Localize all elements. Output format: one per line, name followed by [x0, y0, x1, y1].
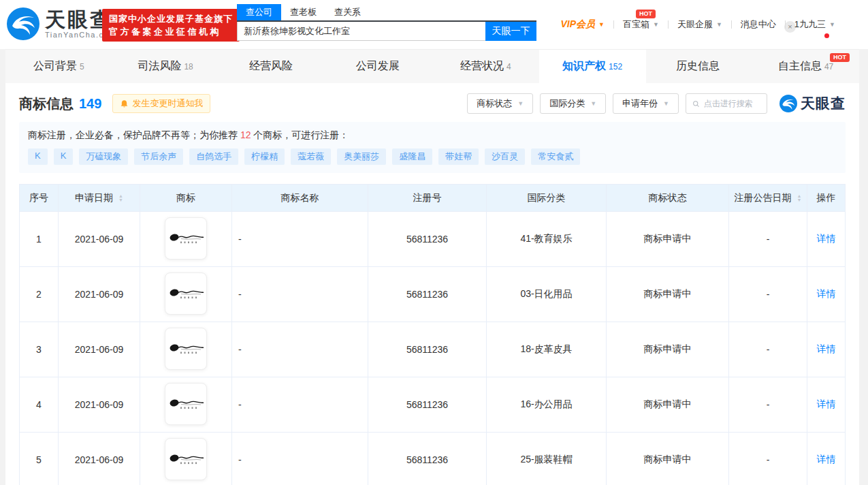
- nav-item[interactable]: 天眼企服 ▼: [669, 18, 731, 31]
- table-header-label: 国际分类: [528, 192, 566, 203]
- trademark-suggestion-chip[interactable]: 奥美丽莎: [337, 148, 386, 165]
- gov-certification-badge: 国家中小企业发展子基金旗下 官方备案企业征信机构: [102, 9, 240, 42]
- search-scope-tab[interactable]: 查关系: [325, 4, 370, 20]
- filter-dropdown[interactable]: 商标状态 ▼: [467, 93, 533, 114]
- cell-international-class: 18-皮革皮具: [487, 322, 607, 377]
- cell-seq: 2: [20, 267, 59, 322]
- cell-trademark-name: -: [232, 267, 368, 322]
- table-row: 2 2021-06-09 - 56811236: [20, 267, 846, 322]
- table-header-label: 申请日期: [75, 192, 113, 203]
- search-icon: [692, 99, 700, 108]
- trademark-image[interactable]: [165, 438, 207, 480]
- trademark-suggestion-chip[interactable]: K: [54, 148, 74, 165]
- nav-item[interactable]: 消息中心: [732, 18, 785, 31]
- cell-trademark-status: 商标申请中: [607, 377, 729, 433]
- top-nav: VIP会员 ▼ 百宝箱 HOT ▼ 天眼企服 ▼ 消息中心 1九九三 ▼: [552, 0, 845, 49]
- page-tab-label: 经营风险: [249, 59, 293, 74]
- filter-dropdown[interactable]: 申请年份 ▼: [613, 93, 679, 114]
- trademark-image[interactable]: [165, 217, 207, 260]
- bell-icon: [120, 99, 129, 108]
- trademark-suggestion-chip[interactable]: 带娃帮: [438, 148, 479, 165]
- trademark-suggestion-chip[interactable]: 沙百灵: [485, 148, 525, 165]
- cell-apply-date: 2021-06-09: [59, 212, 140, 267]
- notify-on-change-button[interactable]: 发生变更时通知我: [112, 94, 210, 113]
- trademark-suggestion-chip[interactable]: 万磕现象: [79, 148, 128, 165]
- filter-dropdowns: 商标状态 ▼ 国际分类 ▼ 申请年份 ▼: [467, 93, 679, 114]
- recommendation-count: 12: [240, 129, 251, 140]
- chevron-down-icon: ▼: [663, 100, 669, 107]
- nav-item[interactable]: VIP会员 ▼: [552, 18, 614, 31]
- page-tab-label: 公司发展: [356, 59, 400, 74]
- sort-icon[interactable]: ▲▼: [118, 194, 123, 202]
- filter-dropdown[interactable]: 国际分类 ▼: [540, 93, 606, 114]
- page-tab-count: 47: [824, 62, 833, 72]
- table-row: 1 2021-06-09 - 56811236: [20, 212, 846, 267]
- detail-link[interactable]: 详情: [817, 233, 836, 244]
- trademark-image[interactable]: [165, 328, 207, 370]
- search-scope-tab[interactable]: 查公司: [237, 4, 281, 20]
- tianyancha-logo-icon: [7, 7, 39, 40]
- table-header-cell: 序号: [20, 185, 59, 212]
- trademark-image[interactable]: [165, 383, 207, 425]
- detail-link[interactable]: 详情: [817, 398, 836, 409]
- recommendation-text-before: 商标注册，企业必备，保护品牌不再等；为你推荐: [28, 129, 240, 140]
- page-tab[interactable]: 司法风险 18: [112, 50, 219, 83]
- cell-action: 详情: [807, 377, 846, 433]
- page-tab-label: 知识产权: [562, 59, 606, 74]
- company-search-input[interactable]: [237, 22, 485, 41]
- cell-publication-date: -: [729, 377, 807, 433]
- cell-international-class: 16-办公用品: [487, 377, 607, 433]
- page-tab[interactable]: 公司发展: [325, 50, 432, 83]
- trademark-image[interactable]: [165, 272, 207, 315]
- table-header-cell: 注册公告日期 ▲▼: [729, 185, 807, 212]
- chevron-down-icon: ▼: [653, 21, 659, 28]
- table-header-cell: 国际分类: [487, 185, 607, 212]
- hot-badge: HOT: [830, 53, 850, 62]
- detail-link[interactable]: 详情: [817, 288, 836, 299]
- page-tab[interactable]: 经营风险: [219, 50, 326, 83]
- trademark-suggestion-chip[interactable]: 柠檬精: [244, 148, 285, 165]
- page-tab[interactable]: 知识产权 152: [539, 50, 646, 83]
- page-tab[interactable]: 经营状况 4: [432, 50, 539, 83]
- cell-action: 详情: [807, 267, 846, 322]
- nav-item[interactable]: 1九九三 ▼: [786, 18, 844, 31]
- trademark-suggestion-chip[interactable]: 常安食贰: [531, 148, 580, 165]
- detail-link[interactable]: 详情: [817, 454, 836, 465]
- search-scope-tab[interactable]: 查老板: [281, 4, 325, 20]
- table-header-cell: 商标名称: [232, 185, 368, 212]
- trademark-suggestion-chip[interactable]: 节后余声: [134, 148, 183, 165]
- page-tab[interactable]: 历史信息: [646, 50, 753, 83]
- trademark-suggestion-chip[interactable]: 盛隆昌: [392, 148, 432, 165]
- page-tab-count: 18: [184, 62, 193, 72]
- sort-icon[interactable]: ▲▼: [797, 194, 801, 202]
- search-tabs: 查公司查老板查关系: [237, 6, 536, 22]
- cell-apply-date: 2021-06-09: [59, 267, 140, 322]
- table-header-label: 操作: [817, 192, 836, 203]
- detail-link[interactable]: 详情: [817, 343, 836, 354]
- table-search-box[interactable]: [686, 93, 767, 114]
- hot-badge: HOT: [636, 10, 656, 18]
- page-tab[interactable]: 自主信息 47 HOT: [752, 50, 859, 83]
- search-submit-button[interactable]: 天眼一下: [485, 22, 536, 41]
- table-search-input[interactable]: [704, 99, 760, 108]
- page-tab[interactable]: 公司背景 5: [5, 50, 112, 83]
- nav-item-label: 1九九三: [794, 18, 826, 31]
- trademark-suggestion-chip[interactable]: K: [28, 148, 48, 165]
- table-header-label: 商标: [176, 192, 195, 203]
- tianyancha-logo[interactable]: 天眼查 TianYanCha.com: [7, 7, 116, 40]
- cell-apply-date: 2021-06-09: [59, 322, 140, 377]
- trademark-suggestion-chip[interactable]: 蔻若薇: [291, 148, 331, 165]
- cell-trademark-name: -: [232, 433, 368, 485]
- filter-dropdown-label: 申请年份: [622, 97, 658, 110]
- page-tab-label: 历史信息: [676, 59, 720, 74]
- brand-watermark-text: 天眼查: [801, 94, 846, 113]
- gov-badge-line2: 官方备案企业征信机构: [109, 25, 233, 38]
- table-row: 5 2021-06-09 - 56811236: [20, 433, 846, 485]
- nav-item[interactable]: 百宝箱 HOT ▼: [614, 18, 668, 31]
- chevron-down-icon: ▼: [598, 21, 605, 28]
- recommendation-text: 商标注册，企业必备，保护品牌不再等；为你推荐 12 个商标，可进行注册：: [28, 129, 837, 142]
- trademark-suggestion-chip[interactable]: 自鸽选手: [189, 148, 238, 165]
- trademark-section-header: 商标信息 149 发生变更时通知我 商标状态 ▼ 国际分类 ▼ 申请年份 ▼: [19, 92, 846, 115]
- page-tab-count: 5: [80, 62, 84, 72]
- table-header-row: 序号 申请日期 ▲▼ 商标 商标名称 注册号 国际分类 商标状态 注册公告日期 …: [20, 185, 846, 212]
